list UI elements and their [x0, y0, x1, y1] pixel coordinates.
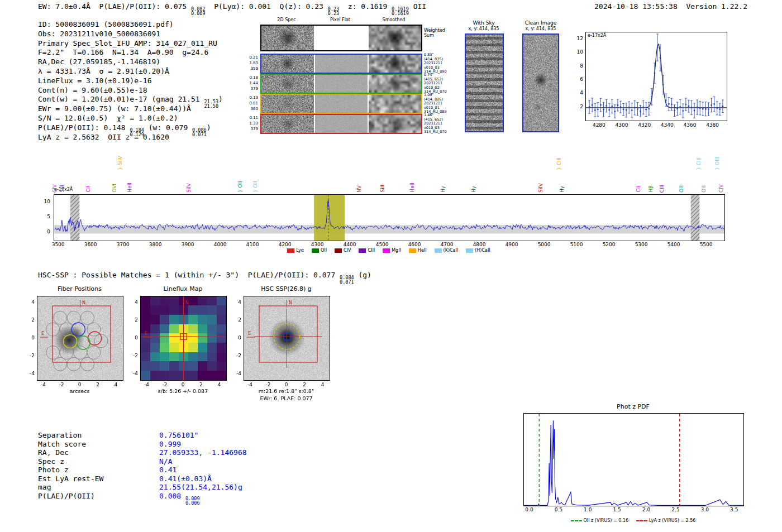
- text-segment: ): [218, 95, 223, 103]
- spectrum-xtick: 3800: [146, 242, 164, 247]
- text-segment: z: 0.1619: [339, 2, 392, 11]
- match-table-label: Separation: [38, 431, 82, 439]
- line-fit-xtick: 4340: [658, 122, 676, 128]
- timestamp: 2024-10-18 13:55:38: [594, 2, 678, 11]
- text-segment: 0.41: [159, 466, 177, 474]
- spectrum-ytick: 5: [41, 214, 50, 219]
- emission-line-label: } SiIV: [118, 156, 123, 170]
- spectrum-xtick: 5100: [568, 242, 585, 247]
- info-line: F=2.2" T=0.166 N=1.34 A=0.90 g=24.6: [38, 48, 223, 57]
- lower-value: 0.071: [340, 280, 354, 284]
- legend-swatch: [312, 248, 319, 253]
- spec2d-row-left-label: 0.111.33379: [240, 115, 258, 132]
- spectrum-ytick: 0: [41, 229, 50, 234]
- spec2d-row-right-label: 0.74"(415, 652)20231211v010_02314_RU_070: [424, 73, 464, 94]
- legend-item: Lyα: [287, 248, 304, 253]
- legend-item: LyA z (VIRUS) = 2.56: [636, 518, 695, 523]
- emission-line-label: CII: [636, 186, 641, 193]
- legend-label: CIV: [344, 248, 351, 253]
- line-fit-xtick: 4280: [590, 122, 608, 128]
- summary-line: EW: 7.0±0.4Å P(LAE)/P(OII): 0.075 0.0820…: [38, 2, 426, 16]
- text-segment: S/N = 12.8(±0.5) χ² = 1.0(±0.2): [38, 114, 178, 122]
- left-label-line: 1.33: [240, 121, 258, 126]
- text-segment: P(Lyα): 0.001 Q(z): 0.23: [206, 2, 328, 11]
- line-fit-xtick: 4320: [636, 122, 654, 128]
- emission-line-label: Hβ: [649, 185, 654, 193]
- emission-line-label: SiII: [60, 185, 65, 193]
- spec2d-row: [260, 114, 422, 134]
- legend-swatch: [466, 248, 473, 253]
- emission-line-label: HeII: [410, 183, 415, 193]
- match-table-label: Photo z: [38, 466, 69, 474]
- line-fit-plot-frame: [585, 32, 727, 121]
- stacked-uncertainty: 21.5321.50: [204, 99, 218, 108]
- legend-label: HeII: [418, 248, 427, 253]
- cutout-xtick: 0: [280, 382, 293, 387]
- weighted-sum-line: Weighted: [424, 28, 445, 33]
- photz-plot-frame: [523, 413, 744, 506]
- emission-line-label: CII: [86, 186, 91, 193]
- line-fit-xtick: 4360: [681, 122, 699, 128]
- photz-legend: OII z (VIRUS) = 0.16LyA z (VIRUS) = 2.56: [523, 518, 743, 523]
- match-table-value: N/A: [159, 457, 172, 466]
- legend-swatch: [287, 248, 294, 253]
- text-segment: ID: 5000836091 (5000836091.pdf): [38, 20, 174, 28]
- legend-label: (H)CaII: [475, 248, 490, 253]
- line-fit-xtick: 4300: [613, 122, 631, 128]
- cutout-ytick: 4: [128, 299, 138, 305]
- text-segment: 0.756101": [159, 431, 198, 439]
- legend-item: CIV: [335, 248, 351, 253]
- emission-line-label: OVI: [112, 184, 117, 193]
- legend-swatch: [359, 248, 366, 253]
- left-label-line: 0.81: [240, 100, 258, 106]
- legend-item: MgII: [383, 248, 401, 253]
- legend-item: CIII: [359, 248, 375, 253]
- cutout-xtick: -2: [158, 382, 171, 387]
- spec2d-image: [261, 75, 314, 93]
- cutout-ytick: -2: [128, 353, 138, 358]
- photz-xtick: 3.5: [726, 507, 742, 512]
- left-label-line: 379: [240, 126, 258, 132]
- smoothed-image: [369, 26, 421, 50]
- emission-line-label: } OII: [238, 181, 243, 193]
- legend-item: (H)CaII: [466, 248, 490, 253]
- smoothed-image: [369, 115, 421, 133]
- text-segment: 0.008: [159, 492, 185, 500]
- line-fit-ytick: 8: [573, 63, 583, 69]
- match-table-label: Est LyA rest-EW: [38, 475, 103, 483]
- spacer: [678, 2, 686, 11]
- lineflux-caption: s/b: 5.26 +/- 0.087: [140, 388, 226, 394]
- cutout-xtick: -2: [55, 382, 68, 387]
- text-segment: λ = 4331.73Å σ = 2.91(±0.20)Å: [38, 67, 169, 75]
- emission-line-label: CIII: [660, 185, 665, 193]
- left-label-line: 0.18: [240, 75, 258, 80]
- compass-east-label: E: [41, 331, 44, 336]
- info-line: P(LAE)/P(OII): 0.148 0.1840.129 (w: 0.07…: [38, 123, 223, 133]
- legend-item: OII: [312, 248, 327, 253]
- detection-info-block: ID: 5000836091 (5000836091.pdf)Obs: 2023…: [38, 20, 223, 142]
- weighted-sum-line: Sum: [424, 33, 445, 38]
- cutout-ytick: -4: [25, 371, 35, 376]
- left-label-line: 1.83: [240, 60, 258, 66]
- smoothed-image: [369, 75, 421, 93]
- match-table-value: 27.059333, -1.146968: [159, 448, 247, 457]
- match-table-value: 0.008 0.0090.006: [159, 492, 200, 505]
- spectrum-xtick: 4600: [406, 242, 423, 247]
- cutout-xtick: 4: [213, 382, 226, 387]
- text-segment: HSC-SSP : Possible Matches = 1 (within +…: [38, 271, 340, 279]
- right-label-line: 314_RU_070: [424, 130, 464, 135]
- spec2d-row-right-label: 1.09"(414, 826)20231211v010_01314_RU_089: [424, 93, 464, 114]
- info-line: RA,Dec (27.059185,-1.146819): [38, 57, 223, 67]
- spectrum-ytick: 10: [41, 199, 50, 204]
- full-spectrum-plot: [54, 195, 724, 241]
- compass-east-label: E: [145, 331, 147, 336]
- pixelflat-image: [315, 26, 368, 50]
- spec2d-column-header: Pixel Flat: [314, 17, 366, 22]
- spec2d-row-left-label: 0.130.81360: [240, 95, 258, 112]
- line-fit-xtick: 4380: [704, 122, 722, 128]
- lower-value: 0.071: [192, 132, 207, 137]
- spectrum-xtick: 4400: [341, 242, 359, 247]
- cutout-ytick: -2: [25, 353, 35, 358]
- fiber-positions-overlay: NE: [37, 296, 123, 380]
- spec2d-row: [260, 25, 422, 51]
